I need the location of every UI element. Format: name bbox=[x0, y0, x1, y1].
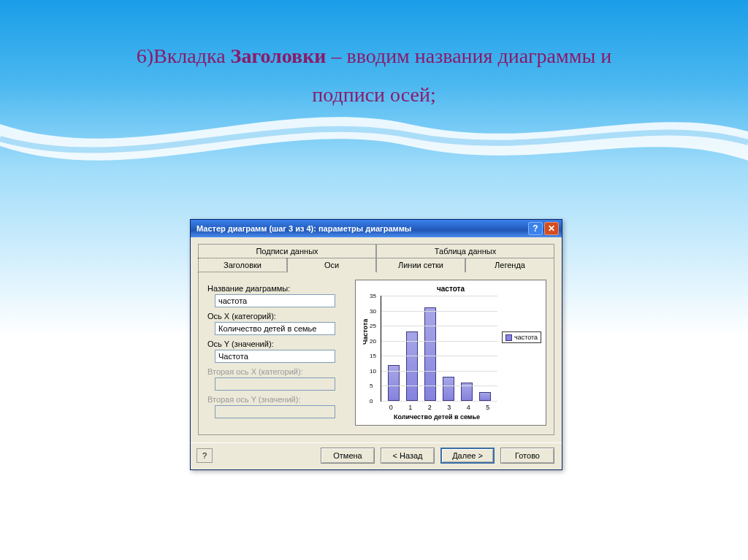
chart-legend: частота bbox=[502, 331, 541, 343]
y-tick: 10 bbox=[370, 367, 376, 374]
x-tick: 5 bbox=[486, 404, 489, 411]
axis-x-input[interactable] bbox=[215, 322, 335, 335]
gridline bbox=[381, 386, 497, 386]
cancel-button[interactable]: Отмена bbox=[321, 448, 375, 464]
bar bbox=[406, 331, 418, 401]
gridline bbox=[381, 326, 497, 326]
tab-legend[interactable]: Легенда bbox=[465, 258, 554, 272]
y-tick: 15 bbox=[370, 353, 376, 359]
axis-x2-input bbox=[215, 377, 335, 391]
gridline bbox=[381, 371, 497, 372]
help-button[interactable]: ? bbox=[528, 222, 543, 235]
chart-plot-area: Частота 05101520253035012345 bbox=[381, 296, 497, 402]
chart-preview-title: частота bbox=[360, 285, 541, 293]
tab-titles[interactable]: Заголовки bbox=[198, 258, 287, 272]
tab-axes[interactable]: Оси bbox=[287, 258, 376, 272]
chart-title-input[interactable] bbox=[215, 294, 335, 307]
bar bbox=[443, 377, 454, 401]
x-tick: 3 bbox=[447, 404, 451, 411]
tab-data-labels[interactable]: Подписи данных bbox=[198, 244, 376, 258]
axis-x2-label: Вторая ось X (категорий): bbox=[207, 367, 345, 376]
gridline bbox=[381, 311, 497, 312]
finish-button[interactable]: Готово bbox=[500, 448, 554, 464]
x-tick: 0 bbox=[389, 404, 393, 411]
y-tick: 30 bbox=[370, 307, 376, 314]
y-tick: 35 bbox=[370, 293, 376, 299]
legend-entry: частота bbox=[514, 334, 538, 341]
tab-data-table[interactable]: Таблица данных bbox=[376, 244, 554, 258]
gridline bbox=[381, 356, 497, 356]
bar bbox=[424, 307, 436, 401]
axis-x-label: Ось X (категорий): bbox=[207, 312, 345, 321]
y-tick: 5 bbox=[370, 383, 373, 389]
y-axis-label: Частота bbox=[362, 319, 369, 345]
gridline bbox=[381, 341, 497, 342]
axis-y-input[interactable] bbox=[215, 350, 335, 363]
next-button[interactable]: Далее > bbox=[440, 448, 495, 464]
titlebar[interactable]: Мастер диаграмм (шаг 3 из 4): параметры … bbox=[191, 220, 562, 237]
y-tick: 25 bbox=[370, 323, 376, 329]
tab-gridlines[interactable]: Линии сетки bbox=[376, 258, 465, 272]
chart-title-label: Название диаграммы: bbox=[207, 284, 345, 293]
x-axis-label: Количество детей в семье bbox=[373, 413, 500, 421]
gridline bbox=[381, 401, 497, 402]
titles-pane: Название диаграммы: Ось X (категорий): О… bbox=[198, 272, 554, 435]
window-title: Мастер диаграмм (шаг 3 из 4): параметры … bbox=[196, 224, 411, 233]
axis-y-label: Ось Y (значений): bbox=[207, 340, 345, 348]
legend-swatch bbox=[505, 334, 512, 341]
x-tick: 1 bbox=[408, 404, 412, 411]
axis-y2-input bbox=[215, 405, 335, 418]
close-button[interactable]: ✕ bbox=[544, 222, 559, 235]
context-help-button[interactable]: ? bbox=[196, 448, 213, 463]
slide-heading: 6)Вкладка Заголовки – вводим названия ди… bbox=[0, 0, 748, 114]
x-tick: 4 bbox=[467, 404, 470, 411]
y-tick: 0 bbox=[370, 398, 373, 404]
back-button[interactable]: < Назад bbox=[381, 448, 435, 464]
gridline bbox=[381, 296, 497, 296]
x-tick: 2 bbox=[428, 404, 432, 411]
chart-wizard-dialog: Мастер диаграмм (шаг 3 из 4): параметры … bbox=[190, 219, 562, 470]
axis-y2-label: Вторая ось Y (значений): bbox=[207, 395, 345, 404]
y-tick: 20 bbox=[370, 337, 376, 344]
chart-preview: частота Частота 05101520253035012345 Кол… bbox=[355, 280, 546, 426]
bar bbox=[479, 392, 491, 401]
